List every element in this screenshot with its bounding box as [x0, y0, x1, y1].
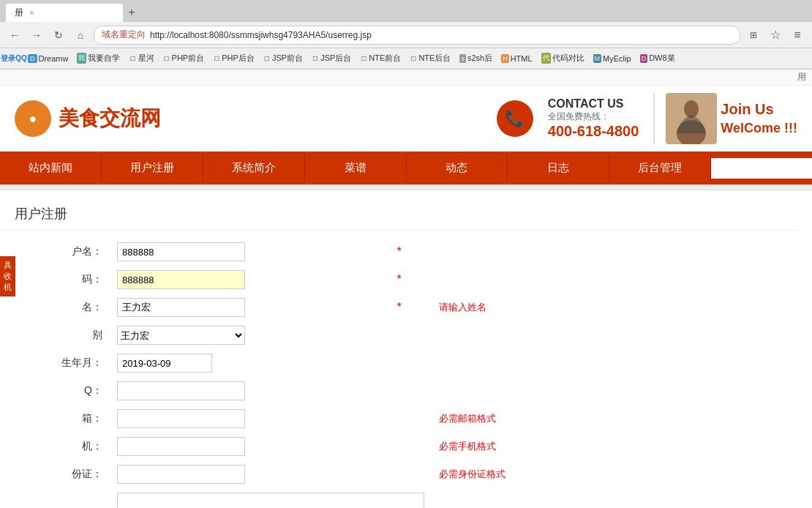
- nav-recipes[interactable]: 菜谱: [305, 154, 407, 182]
- realname-input-cell: [110, 294, 390, 321]
- avatar-input[interactable]: [117, 493, 424, 508]
- contact-info: CONTACT US 全国免费热线： 400-618-4800: [548, 97, 639, 140]
- phone-row: 机： 必需手机格式: [15, 433, 797, 460]
- email-required: [390, 405, 432, 433]
- phone-required: [390, 433, 432, 460]
- idcard-input[interactable]: [117, 465, 245, 484]
- qq-hint: [432, 377, 797, 405]
- username-required: *: [390, 238, 432, 266]
- bookmark-dreamw[interactable]: D Dreamw: [25, 53, 71, 64]
- welcome-image: [666, 93, 717, 144]
- nav-search: [711, 158, 812, 179]
- more-btn[interactable]: ☆: [767, 26, 784, 44]
- phone-input-cell: [110, 433, 390, 460]
- avatar-hint: [432, 488, 797, 508]
- site-header: ● 美食交流网 📞 CONTACT US 全国免费热线： 400-618-480…: [0, 86, 812, 184]
- gender-label: 别: [15, 321, 110, 349]
- username-row: 户名： *: [15, 238, 797, 266]
- qq-row: Q：: [15, 377, 797, 405]
- content-separator: [0, 184, 812, 190]
- birthday-input[interactable]: [117, 354, 212, 373]
- welcome-msg: WelCome !!!: [721, 119, 797, 138]
- email-input[interactable]: [117, 409, 245, 428]
- qq-input[interactable]: [117, 381, 245, 400]
- user-bar: 用: [0, 70, 812, 86]
- bookmark-qq[interactable]: 登录QQ: [6, 52, 22, 65]
- registration-form: 户名： * 码： * 名：: [15, 238, 797, 508]
- password-hint: [432, 266, 797, 294]
- bookmark-s2sh[interactable]: s s2sh后: [456, 51, 495, 65]
- new-tab-btn[interactable]: +: [123, 4, 140, 21]
- birthday-required: [390, 349, 432, 377]
- bookmark-jsp-back[interactable]: □ JSP后台: [309, 51, 354, 65]
- forward-btn[interactable]: →: [28, 26, 45, 44]
- avatar-label: 像：: [15, 488, 110, 508]
- logo-circle: ●: [15, 100, 51, 137]
- bookmark-myeclip[interactable]: M MyEclip: [590, 53, 634, 64]
- url-display[interactable]: http://localhost:8080/ssmmsjiwhsg4793AHA…: [150, 30, 372, 40]
- browser-tabs: 册 × +: [0, 0, 812, 22]
- contact-section: 📞 CONTACT US 全国免费热线： 400-618-4800: [497, 97, 639, 140]
- tool-line3: 机: [4, 282, 12, 293]
- site-nav: 站内新闻 用户注册 系统简介 菜谱 动态 日志 后台管理: [0, 152, 812, 184]
- welcome-section: Join Us WelCome !!!: [666, 93, 797, 144]
- bookmark-php-front[interactable]: □ PHP前台: [160, 51, 208, 65]
- birthday-input-cell: [110, 349, 390, 377]
- realname-label: 名：: [15, 294, 110, 321]
- idcard-input-cell: [110, 460, 390, 488]
- avatar-input-cell: 上传: [110, 488, 432, 508]
- header-divider: [653, 93, 655, 144]
- nav-admin[interactable]: 后台管理: [609, 154, 711, 182]
- extensions-btn[interactable]: ⊞: [745, 26, 762, 44]
- nav-register[interactable]: 用户注册: [102, 154, 203, 182]
- gender-required: [390, 321, 432, 349]
- idcard-label: 份证：: [15, 460, 110, 488]
- phone-input[interactable]: [117, 437, 245, 456]
- tab-close-btn[interactable]: ×: [29, 8, 34, 17]
- nav-updates[interactable]: 动态: [407, 154, 508, 182]
- bookmark-xinghe[interactable]: □ 星河: [126, 51, 157, 65]
- qq-required: [390, 377, 432, 405]
- nav-diary[interactable]: 日志: [508, 154, 609, 182]
- gender-input-cell: 王力宏 男 女: [110, 321, 390, 349]
- back-btn[interactable]: ←: [6, 26, 23, 44]
- left-tool-panel: 具 收 机: [0, 256, 15, 296]
- browser-chrome: 册 × + ← → ↻ ⌂ 域名重定向 http://localhost:808…: [0, 0, 812, 70]
- bookmark-html[interactable]: H HTML: [498, 53, 535, 64]
- form-wrapper: 户名： * 码： * 名：: [0, 238, 797, 508]
- reload-btn[interactable]: ↻: [50, 26, 67, 44]
- menu-btn[interactable]: ≡: [789, 26, 806, 44]
- username-input[interactable]: [117, 242, 245, 261]
- birthday-row: 生年月：: [15, 349, 797, 377]
- hotline-label: 全国免费热线：: [548, 111, 639, 123]
- gender-select[interactable]: 王力宏 男 女: [117, 326, 245, 345]
- bookmark-nte-front[interactable]: □ NTE前台: [357, 51, 404, 65]
- bookmark-php-back[interactable]: □ PHP后台: [210, 51, 257, 65]
- gender-hint: [432, 321, 797, 349]
- home-btn[interactable]: ⌂: [72, 26, 89, 44]
- bookmark-nte-back[interactable]: □ NTE后台: [407, 51, 454, 65]
- password-input[interactable]: [117, 270, 245, 289]
- password-required: *: [390, 266, 432, 294]
- nav-news[interactable]: 站内新闻: [0, 154, 102, 182]
- bookmark-jsp-front[interactable]: □ JSP前台: [260, 51, 306, 65]
- phone-label: 机：: [15, 433, 110, 460]
- nav-about[interactable]: 系统简介: [203, 154, 305, 182]
- birthday-hint: [432, 349, 797, 377]
- bookmark-study[interactable]: 我 我要自学: [74, 51, 123, 65]
- email-row: 箱： 必需邮箱格式: [15, 405, 797, 433]
- tool-line2: 收: [4, 271, 12, 282]
- header-top: ● 美食交流网 📞 CONTACT US 全国免费热线： 400-618-480…: [0, 86, 812, 152]
- browser-tab[interactable]: 册 ×: [6, 4, 123, 22]
- search-input[interactable]: [711, 158, 812, 179]
- site-logo[interactable]: 美食交流网: [59, 105, 497, 132]
- bookmark-code[interactable]: 代 代码对比: [538, 51, 587, 65]
- idcard-row: 份证： 必需身份证格式: [15, 460, 797, 488]
- qq-input-cell: [110, 377, 390, 405]
- phone-hint: 必需手机格式: [432, 433, 797, 460]
- password-input-cell: [110, 266, 390, 294]
- email-input-cell: [110, 405, 390, 433]
- bookmark-dw8[interactable]: D DW8菜: [637, 51, 678, 65]
- contact-us-label: CONTACT US: [548, 97, 639, 111]
- realname-input[interactable]: [117, 298, 245, 317]
